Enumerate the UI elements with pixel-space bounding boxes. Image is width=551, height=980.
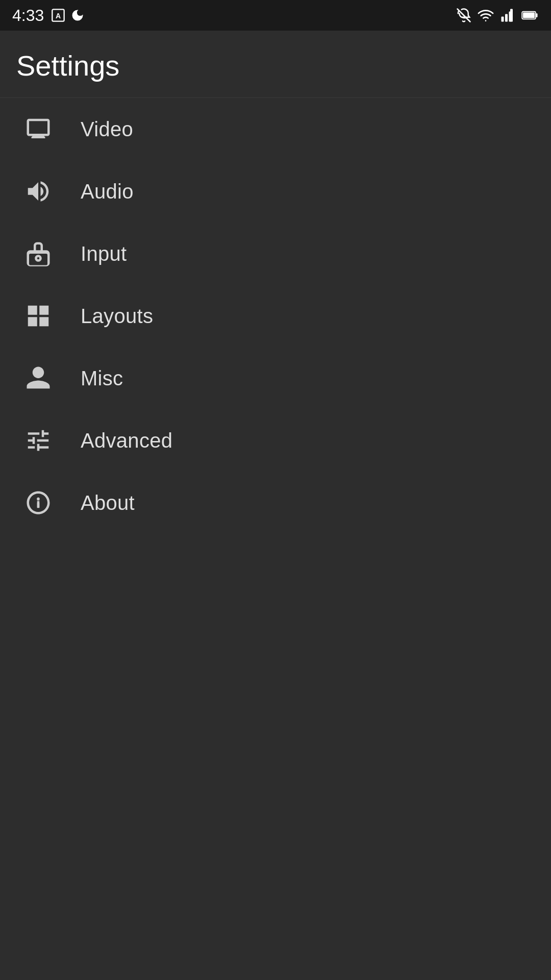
night-mode-icon	[70, 8, 85, 22]
menu-item-input[interactable]: Input	[0, 223, 551, 285]
svg-rect-5	[510, 9, 513, 22]
menu-label-advanced: Advanced	[81, 429, 172, 452]
sliders-icon	[20, 427, 56, 454]
menu-label-layouts: Layouts	[81, 305, 153, 328]
signal-icon	[500, 8, 515, 23]
settings-menu-list: Video Audio Input Layouts	[0, 98, 551, 534]
menu-label-about: About	[81, 492, 135, 514]
menu-label-misc: Misc	[81, 367, 123, 390]
menu-item-about[interactable]: About	[0, 472, 551, 534]
person-icon	[20, 364, 56, 392]
joystick-icon	[20, 240, 56, 267]
bell-mute-icon	[456, 8, 471, 23]
status-time: 4:33	[12, 6, 44, 25]
svg-text:A: A	[56, 12, 61, 20]
svg-rect-8	[523, 13, 535, 18]
menu-item-video[interactable]: Video	[0, 98, 551, 160]
svg-rect-7	[536, 13, 538, 17]
wifi-icon	[478, 7, 494, 23]
status-bar-left: 4:33 A	[12, 6, 85, 25]
menu-item-advanced[interactable]: Advanced	[0, 409, 551, 472]
menu-item-misc[interactable]: Misc	[0, 347, 551, 409]
menu-item-audio[interactable]: Audio	[0, 160, 551, 223]
svg-rect-10	[37, 501, 40, 508]
speaker-icon	[20, 178, 56, 205]
battery-icon	[521, 8, 539, 23]
svg-rect-3	[505, 14, 508, 22]
status-bar-right	[456, 7, 539, 23]
menu-item-layouts[interactable]: Layouts	[0, 285, 551, 347]
svg-point-11	[37, 497, 39, 500]
status-icons-left: A	[51, 8, 85, 22]
info-icon	[20, 489, 56, 517]
menu-label-input: Input	[81, 242, 127, 265]
app-header: Settings	[0, 31, 551, 98]
menu-label-video: Video	[81, 118, 133, 141]
grid-icon	[20, 302, 56, 330]
status-bar: 4:33 A	[0, 0, 551, 31]
page-title: Settings	[16, 49, 535, 82]
text-a-icon: A	[51, 8, 65, 22]
svg-rect-2	[502, 17, 504, 22]
monitor-icon	[20, 115, 56, 143]
menu-label-audio: Audio	[81, 180, 134, 203]
